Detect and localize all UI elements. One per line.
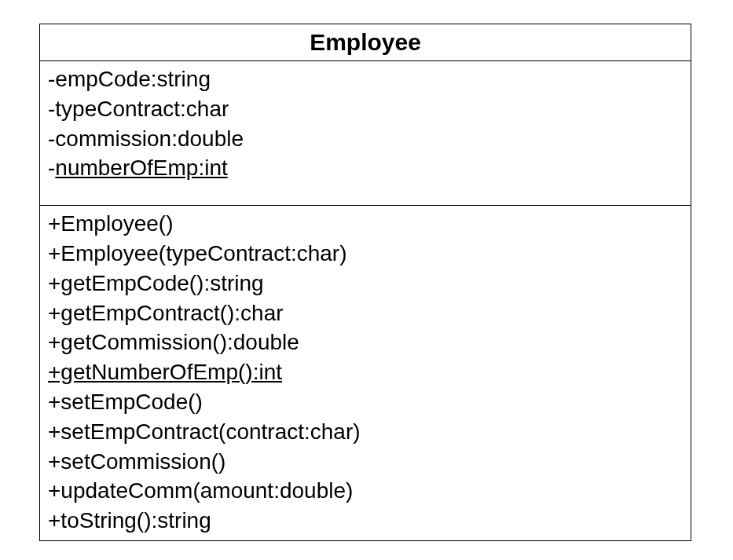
uml-method: +Employee(): [48, 209, 683, 239]
uml-attribute: -typeContract:char: [48, 94, 683, 124]
uml-class-box: Employee -empCode:string-typeContract:ch…: [39, 24, 691, 541]
uml-attribute: -commission:double: [48, 124, 683, 154]
uml-attributes-section: -empCode:string-typeContract:char-commis…: [40, 61, 691, 206]
uml-method: +getCommission():double: [48, 328, 683, 357]
uml-class-name: Employee: [40, 24, 691, 61]
uml-method: +setCommission(): [48, 447, 683, 477]
uml-method: +getNumberOfEmp():int: [48, 357, 683, 387]
uml-method: +setEmpCode(): [48, 387, 683, 417]
uml-method: +getEmpContract():char: [48, 298, 683, 328]
uml-attribute: -empCode:string: [48, 64, 683, 94]
uml-method: +Employee(typeContract:char): [48, 239, 683, 269]
uml-method: +updateComm(amount:double): [48, 476, 683, 506]
uml-method: +getEmpCode():string: [48, 269, 683, 298]
uml-method: +setEmpContract(contract:char): [48, 417, 683, 447]
uml-attribute: -numberOfEmp:int: [48, 153, 683, 183]
uml-method: +toString():string: [48, 506, 683, 536]
uml-methods-section: +Employee()+Employee(typeContract:char)+…: [40, 206, 691, 540]
